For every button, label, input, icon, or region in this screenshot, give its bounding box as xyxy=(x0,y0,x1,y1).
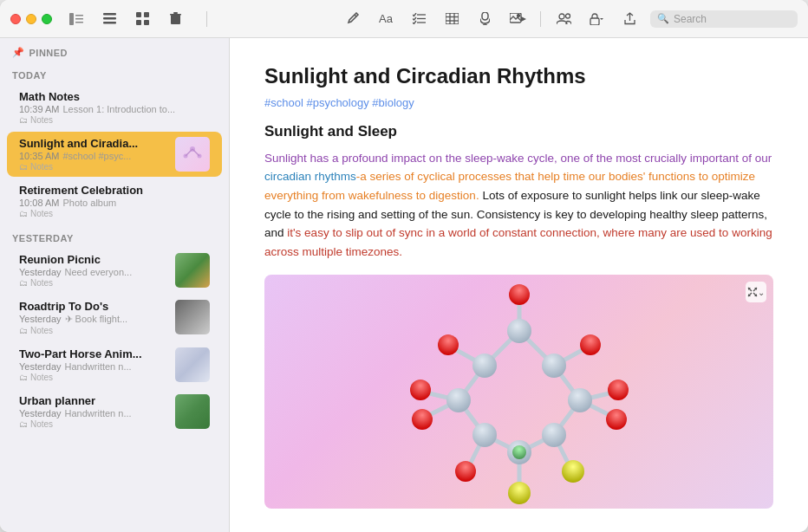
note-section-heading: Sunlight and Sleep xyxy=(264,123,773,140)
svg-point-63 xyxy=(580,334,601,355)
svg-point-57 xyxy=(568,388,592,412)
svg-rect-10 xyxy=(144,20,149,25)
note-meta-sunlight: 10:35 AM #school #psyc... xyxy=(19,151,168,161)
note-title-sunlight: Sunlight and Ciradia... xyxy=(19,137,168,150)
share-button[interactable] xyxy=(617,7,642,31)
app-window: Aa xyxy=(0,0,808,532)
svg-point-62 xyxy=(438,334,459,355)
collab-button[interactable] xyxy=(551,7,576,31)
list-view-button[interactable] xyxy=(97,7,121,31)
left-toolbar xyxy=(64,7,187,31)
note-title-horse: Two-Part Horse Anim... xyxy=(19,347,168,360)
note-preview-retirement: Photo album xyxy=(62,198,116,208)
svg-rect-6 xyxy=(103,22,116,24)
note-tags-text: #school #psychology #biology xyxy=(264,96,414,109)
media-button[interactable] xyxy=(505,7,530,31)
svg-point-70 xyxy=(508,482,531,504)
trash-button[interactable] xyxy=(163,7,187,31)
svg-rect-22 xyxy=(482,12,488,20)
yesterday-section-label: Yesterday xyxy=(0,224,229,247)
note-content-area: Sunlight and Circadian Rhythms #school #… xyxy=(230,38,808,532)
note-meta-reunion: Yesterday Need everyon... xyxy=(19,267,168,277)
folder-icon-sunlight: 🗂 xyxy=(19,162,28,172)
folder-icon-horse: 🗂 xyxy=(19,373,28,382)
note-item-math-notes[interactable]: Math Notes 10:39 AM Lesson 1: Introducti… xyxy=(7,85,222,130)
note-meta-roadtrip: Yesterday ✈ Book flight... xyxy=(19,314,168,325)
today-section-label: Today xyxy=(0,62,229,84)
note-folder-sunlight: 🗂 Notes xyxy=(19,162,168,172)
pin-icon: 📌 xyxy=(12,47,25,58)
note-item-horse[interactable]: Two-Part Horse Anim... Yesterday Handwri… xyxy=(7,342,222,387)
note-item-urban[interactable]: Urban planner Yesterday Handwritten n...… xyxy=(7,389,222,434)
search-label: Search xyxy=(674,13,707,25)
svg-point-54 xyxy=(472,354,497,378)
note-preview-sunlight: #school #psyc... xyxy=(62,151,131,161)
note-thumb-horse xyxy=(175,347,210,382)
table-button[interactable] xyxy=(440,7,464,31)
audio-button[interactable] xyxy=(472,7,497,31)
folder-icon-roadtrip: 🗂 xyxy=(19,326,28,335)
svg-point-53 xyxy=(507,319,531,343)
note-item-sunlight[interactable]: Sunlight and Ciradia... 10:35 AM #school… xyxy=(7,132,222,177)
fullscreen-button[interactable] xyxy=(42,14,52,24)
note-folder-math: 🗂 Notes xyxy=(19,115,210,125)
main-layout: 📌 Pinned Today Math Notes 10:39 AM Lesso… xyxy=(0,38,808,532)
titlebar: Aa xyxy=(0,0,808,38)
note-item-reunion[interactable]: Reunion Picnic Yesterday Need everyon...… xyxy=(7,248,222,293)
note-time-sunlight: 10:35 AM xyxy=(19,151,59,161)
minimize-button[interactable] xyxy=(26,14,36,24)
note-folder-horse: 🗂 Notes xyxy=(19,373,168,382)
close-button[interactable] xyxy=(10,14,21,24)
note-meta-urban: Yesterday Handwritten n... xyxy=(19,408,168,418)
toolbar-divider-1 xyxy=(206,11,207,27)
note-preview-horse: Handwritten n... xyxy=(65,361,132,372)
checklist-button[interactable] xyxy=(407,7,431,31)
note-item-retirement[interactable]: Retirement Celebration 10:08 AM Photo al… xyxy=(7,178,222,224)
note-time-horse: Yesterday xyxy=(19,361,62,372)
svg-point-67 xyxy=(606,409,627,430)
note-item-roadtrip[interactable]: Roadtrip To Do's Yesterday ✈ Book flight… xyxy=(7,295,222,341)
note-meta-horse: Yesterday Handwritten n... xyxy=(19,361,168,372)
svg-line-33 xyxy=(186,149,192,156)
svg-rect-29 xyxy=(590,18,599,25)
svg-rect-3 xyxy=(75,22,83,23)
note-folder-roadtrip: 🗂 Notes xyxy=(19,326,168,335)
note-preview-urban: Handwritten n... xyxy=(65,408,132,418)
pinned-label: 📌 Pinned xyxy=(12,47,217,58)
note-time-reunion: Yesterday xyxy=(19,267,62,277)
svg-rect-4 xyxy=(103,13,116,16)
note-preview-roadtrip: ✈ Book flight... xyxy=(65,314,128,325)
note-meta-math: 10:39 AM Lesson 1: Introduction to... xyxy=(19,104,210,114)
note-image: ⌄ xyxy=(264,275,773,509)
svg-point-59 xyxy=(542,423,566,447)
sidebar: 📌 Pinned Today Math Notes 10:39 AM Lesso… xyxy=(0,38,230,532)
toolbar-divider-2 xyxy=(540,11,541,27)
svg-rect-9 xyxy=(136,20,141,25)
body-segment-2: circadian rhythms xyxy=(264,170,356,183)
note-content-urban: Urban planner Yesterday Handwritten n...… xyxy=(19,394,168,429)
note-content-reunion: Reunion Picnic Yesterday Need everyon...… xyxy=(19,253,168,288)
lock-button[interactable] xyxy=(584,7,609,31)
format-button[interactable]: Aa xyxy=(374,7,398,31)
note-thumb-urban xyxy=(175,394,210,429)
folder-icon-urban: 🗂 xyxy=(19,419,28,429)
grid-view-button[interactable] xyxy=(130,7,154,31)
svg-point-26 xyxy=(517,15,519,17)
note-thumb-reunion xyxy=(175,253,210,288)
note-title-math: Math Notes xyxy=(19,90,210,103)
sidebar-toggle-button[interactable] xyxy=(64,7,88,31)
compose-button[interactable] xyxy=(341,7,365,31)
pinned-section-header: 📌 Pinned xyxy=(0,38,229,62)
image-expand-button[interactable]: ⌄ xyxy=(746,282,766,302)
note-folder-retirement: 🗂 Notes xyxy=(19,209,210,218)
svg-rect-8 xyxy=(144,12,149,17)
search-box[interactable]: 🔍 Search xyxy=(650,10,798,28)
note-time-urban: Yesterday xyxy=(19,408,62,418)
svg-rect-11 xyxy=(171,15,180,24)
svg-point-61 xyxy=(509,284,530,305)
molecule-image xyxy=(355,279,684,504)
note-tags: #school #psychology #biology xyxy=(264,96,773,109)
note-time-math: 10:39 AM xyxy=(19,104,59,114)
folder-icon-retirement: 🗂 xyxy=(19,209,28,218)
svg-rect-12 xyxy=(170,14,181,16)
